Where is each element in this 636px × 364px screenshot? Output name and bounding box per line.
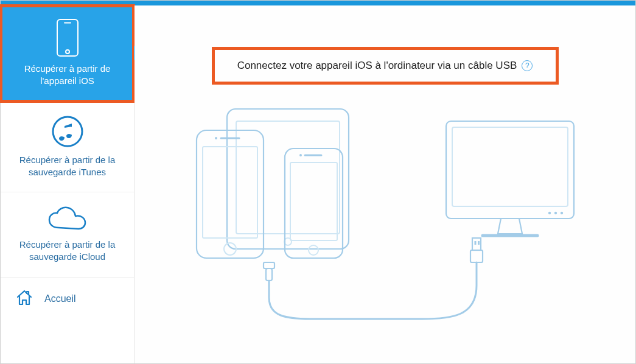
svg-point-8 [560,212,562,214]
app-window: Récupérer à partir de l'appareil iOS Réc… [0,0,636,364]
sidebar-item-recover-itunes-backup[interactable]: Récupérer à partir de la sauvegarde iTun… [1,102,134,193]
svg-point-7 [554,212,556,214]
itunes-icon [9,115,125,148]
connect-illustration [153,103,617,334]
phone-icon [9,19,125,57]
svg-point-16 [215,137,217,139]
sidebar-item-label: Récupérer à partir de la sauvegarde iTun… [9,154,125,179]
main-content: Connectez votre appareil iOS à l'ordinat… [135,5,635,363]
svg-rect-13 [197,130,264,258]
svg-rect-25 [470,250,483,262]
instruction-text: Connectez votre appareil iOS à l'ordinat… [237,60,517,72]
svg-point-3 [53,117,82,146]
help-icon[interactable]: ? [522,60,533,71]
svg-rect-5 [452,127,568,206]
instruction-banner: Connectez votre appareil iOS à l'ordinat… [212,47,559,85]
svg-rect-18 [285,149,343,258]
titlebar [1,1,635,5]
svg-rect-4 [446,121,574,219]
svg-point-6 [548,212,550,214]
svg-rect-19 [290,163,337,240]
sidebar-item-home[interactable]: Accueil [1,278,134,320]
sidebar-item-recover-ios-device[interactable]: Récupérer à partir de l'appareil iOS [1,5,134,102]
sidebar-item-label: Récupérer à partir de l'appareil iOS [9,63,125,88]
svg-rect-28 [478,241,480,245]
sidebar-item-label: Récupérer à partir de la sauvegarde iClo… [9,239,125,264]
svg-point-21 [299,154,302,156]
svg-rect-14 [203,147,257,238]
sidebar-item-recover-icloud-backup[interactable]: Récupérer à partir de la sauvegarde iClo… [1,192,134,278]
svg-rect-11 [236,121,340,234]
home-icon [15,289,33,309]
sidebar-home-label: Accueil [44,293,76,304]
svg-rect-24 [266,268,272,281]
svg-rect-27 [474,241,476,245]
cloud-icon [9,206,125,233]
svg-point-2 [66,50,69,54]
sidebar: Récupérer à partir de l'appareil iOS Réc… [1,5,135,363]
svg-point-22 [309,245,318,255]
main-layout: Récupérer à partir de l'appareil iOS Réc… [1,5,635,363]
svg-rect-23 [264,262,274,268]
